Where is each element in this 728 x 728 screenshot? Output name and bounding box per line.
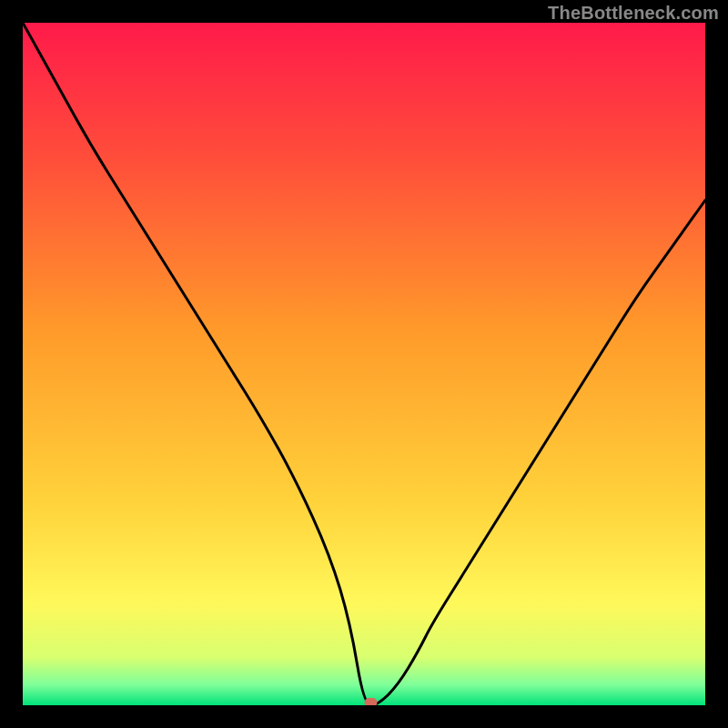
optimal-marker (365, 698, 378, 705)
bottleneck-chart (23, 23, 705, 705)
gradient-background (23, 23, 705, 705)
watermark-text: TheBottleneck.com (548, 3, 719, 24)
chart-area (23, 23, 705, 705)
